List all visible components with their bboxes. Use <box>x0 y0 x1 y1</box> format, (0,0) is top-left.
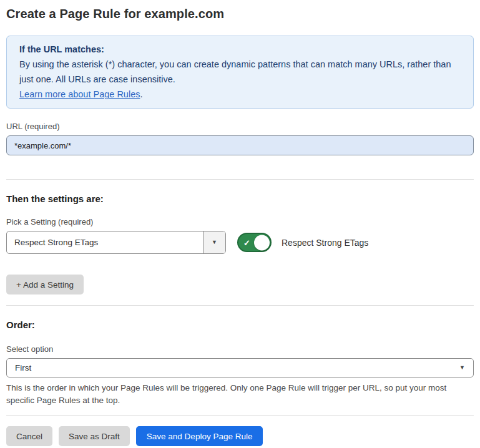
url-input[interactable] <box>6 135 474 155</box>
check-icon: ✓ <box>243 238 250 246</box>
add-setting-button[interactable]: + Add a Setting <box>6 275 84 295</box>
order-select[interactable]: First ▼ <box>6 358 474 377</box>
link-suffix: . <box>140 89 142 99</box>
info-link-line: Learn more about Page Rules. <box>19 87 461 102</box>
order-select-label: Select option <box>6 344 474 354</box>
footer-button-row: Cancel Save as Draft Save and Deploy Pag… <box>6 426 474 446</box>
url-match-info-callout: If the URL matches: By using the asteris… <box>6 36 474 109</box>
settings-section-heading: Then the settings are: <box>6 193 474 205</box>
order-select-value: First <box>15 363 459 373</box>
setting-select-value: Respect Strong ETags <box>7 231 203 253</box>
url-field-label: URL (required) <box>6 122 474 132</box>
save-as-draft-button[interactable]: Save as Draft <box>59 426 130 446</box>
toggle-knob <box>254 235 270 250</box>
section-divider <box>6 179 474 180</box>
pick-setting-label: Pick a Setting (required) <box>6 217 474 227</box>
chevron-down-icon: ▼ <box>212 240 217 245</box>
order-section-heading: Order: <box>6 319 474 331</box>
section-divider <box>6 305 474 306</box>
footer-divider <box>6 415 474 416</box>
toggle-label: Respect Strong ETags <box>282 238 368 248</box>
setting-select[interactable]: Respect Strong ETags ▼ <box>6 231 226 254</box>
chevron-down-icon: ▼ <box>459 365 465 371</box>
setting-select-arrow-button[interactable]: ▼ <box>203 231 225 253</box>
cancel-button[interactable]: Cancel <box>6 426 52 446</box>
info-body-text: By using the asterisk (*) character, you… <box>19 57 461 87</box>
setting-row: Respect Strong ETags ▼ ✓ Respect Strong … <box>6 231 474 254</box>
create-page-rule-form: Create a Page Rule for example.com If th… <box>0 0 480 448</box>
order-help-text: This is the order in which your Page Rul… <box>6 382 471 407</box>
info-heading: If the URL matches: <box>19 42 461 57</box>
page-title: Create a Page Rule for example.com <box>6 5 474 22</box>
learn-more-link[interactable]: Learn more about Page Rules <box>19 89 140 99</box>
respect-strong-etags-toggle[interactable]: ✓ <box>237 233 272 252</box>
save-and-deploy-button[interactable]: Save and Deploy Page Rule <box>136 426 263 446</box>
setting-toggle-group: ✓ Respect Strong ETags <box>237 233 368 252</box>
